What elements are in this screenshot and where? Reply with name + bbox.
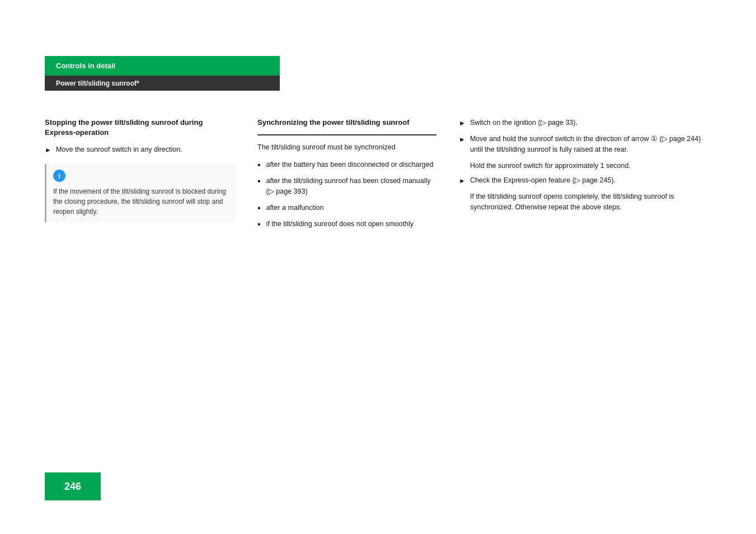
left-bullet-item: ► Move the sunroof switch in any directi… [45,144,235,155]
right-para-text: If the tilt/sliding sunroof opens comple… [470,191,711,213]
header-subtitle: Power tilt/sliding sunroof* [56,79,139,87]
middle-divider [257,134,436,135]
info-text: If the movement of the tilt/sliding sunr… [53,186,228,217]
dot-bullet: • [257,219,261,229]
left-bullet-text: Move the sunroof switch in any direction… [56,144,182,155]
left-arrow-bullet: ► [45,145,51,155]
info-icon: i [53,170,65,182]
right-arrow-bullet: ► [459,134,466,144]
dot-bullet: • [257,176,261,186]
middle-column: Synchronizing the power tilt/sliding sun… [257,118,436,235]
left-column: Stopping the power tilt/sliding sunroof … [45,118,235,235]
right-arrow-item: ►Switch on the ignition (▷ page 33). [459,118,711,128]
header-title: Controls in detail [56,62,115,70]
bullet-text: after the battery has been disconnected … [266,160,434,170]
middle-bullet-item: •after a malfunction [257,203,436,213]
dot-bullet: • [257,203,261,213]
right-column: ►Switch on the ignition (▷ page 33).►Mov… [459,118,711,235]
middle-bullet-item: •if the tilt/sliding sunroof does not op… [257,219,436,229]
right-arrow-bullet: ► [459,176,466,186]
sync-intro-text: The tilt/sliding sunroof must be synchro… [257,142,436,153]
bullet-text: after the tilt/sliding sunroof has been … [266,176,436,197]
header-bar: Controls in detail Power tilt/sliding su… [45,56,280,91]
main-content: Stopping the power tilt/sliding sunroof … [45,118,711,235]
page-number-box: 246 [45,472,101,500]
right-bullet-text: Switch on the ignition (▷ page 33). [470,118,577,128]
info-box: i If the movement of the tilt/sliding su… [45,164,235,222]
page-container: Controls in detail Power tilt/sliding su… [0,0,756,534]
info-icon-row: i [53,170,228,182]
middle-bullet-item: •after the tilt/sliding sunroof has been… [257,176,436,197]
right-arrow-bullet: ► [459,118,466,128]
right-bullet-text: Check the Express-open feature (▷ page 2… [470,175,616,186]
dot-bullet: • [257,160,261,170]
right-arrow-item: ►Move and hold the sunroof switch in the… [459,134,711,155]
right-bullet-text: Move and hold the sunroof switch in the … [470,134,711,155]
left-section-heading: Stopping the power tilt/sliding sunroof … [45,118,235,138]
header-green-box: Controls in detail [45,56,280,76]
right-arrow-item: ►Check the Express-open feature (▷ page … [459,175,711,186]
bullet-text: after a malfunction [266,203,324,213]
header-subtitle-bar: Power tilt/sliding sunroof* [45,76,280,91]
middle-bullets: •after the battery has been disconnected… [257,160,436,229]
page-number: 246 [64,481,81,493]
right-para-text: Hold the sunroof switch for approximatel… [470,161,711,171]
bullet-text: if the tilt/sliding sunroof does not ope… [266,219,414,229]
middle-section-heading: Synchronizing the power tilt/sliding sun… [257,118,436,128]
middle-bullet-item: •after the battery has been disconnected… [257,160,436,170]
